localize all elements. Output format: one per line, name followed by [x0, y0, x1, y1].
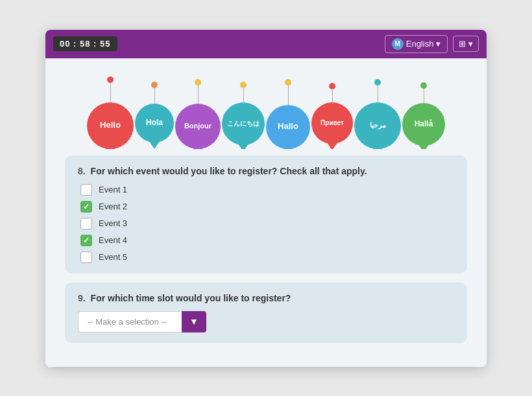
bubble-dot — [329, 83, 335, 89]
bubble-string — [424, 89, 424, 103]
checkmark-icon: ✓ — [83, 202, 90, 211]
list-item: ✓ Event 4 — [80, 235, 454, 246]
checkbox-event4[interactable]: ✓ — [80, 235, 92, 246]
question-9-text: For which time slot would you like to re… — [91, 293, 291, 303]
topbar: 00 : 58 : 55 M English ▾ ⊞ ▾ — [45, 30, 487, 58]
language-icon: M — [392, 38, 404, 50]
bubble-string — [110, 83, 111, 102]
bubble-item-bonjour: Bonjour — [175, 79, 221, 149]
select-row: -- Make a selection -- ▼ — [78, 311, 454, 332]
question-8-title: 8. For which event would you like to reg… — [78, 166, 454, 176]
question-9-num: 9. — [78, 293, 86, 303]
list-item: Event 5 — [80, 251, 454, 263]
checkbox-event1[interactable] — [80, 184, 92, 196]
language-label: English — [406, 39, 434, 49]
main-window: 00 : 58 : 55 M English ▾ ⊞ ▾ Hello — [45, 30, 487, 367]
question-9-title: 9. For which time slot would you like to… — [78, 293, 454, 303]
timer: 00 : 58 : 55 — [53, 36, 117, 51]
checkbox-event5[interactable] — [80, 251, 92, 263]
bubble-hallo: Hallo — [266, 105, 310, 149]
bubble-privet: Привет — [311, 102, 353, 144]
event2-label: Event 2 — [99, 202, 127, 211]
bubble-bonjour: Bonjour — [175, 104, 221, 149]
list-item: Event 1 — [80, 184, 454, 196]
checkbox-event2[interactable]: ✓ — [80, 201, 92, 213]
topbar-right: M English ▾ ⊞ ▾ — [385, 35, 479, 53]
event1-label: Event 1 — [99, 185, 127, 194]
event5-label: Event 5 — [99, 252, 127, 262]
question-8-num: 8. — [78, 166, 86, 176]
bubble-hola: Hola — [135, 104, 174, 143]
chevron-down-icon: ▾ — [436, 39, 441, 49]
dropdown-arrow-icon: ▼ — [189, 316, 199, 327]
checkmark-icon: ✓ — [83, 236, 90, 245]
bubble-string — [154, 88, 155, 104]
question-8-text: For which event would you like to regist… — [91, 166, 367, 176]
bubble-konnichiwa: こんにちは — [222, 102, 265, 145]
event3-label: Event 3 — [99, 218, 127, 228]
bubble-item-marhaba: مرحبا — [354, 79, 401, 149]
grid-button[interactable]: ⊞ ▾ — [453, 36, 479, 52]
content-area: Hello Hola Bonjour こんにちは — [45, 58, 487, 367]
select-dropdown-button[interactable]: ▼ — [182, 311, 206, 332]
bubble-hello: Hello — [87, 102, 134, 149]
grid-chevron-icon: ▾ — [468, 39, 473, 49]
question-9-card: 9. For which time slot would you like to… — [65, 283, 467, 343]
bubble-dot — [285, 79, 291, 86]
bubble-string — [288, 86, 289, 105]
language-button[interactable]: M English ▾ — [385, 35, 448, 53]
bubble-item-privet: Привет — [311, 83, 353, 144]
bubble-dot — [195, 79, 201, 86]
question-8-card: 8. For which event would you like to reg… — [65, 156, 467, 274]
bubble-dot — [240, 82, 247, 88]
bubble-halla: Hallå — [402, 103, 445, 146]
bubble-item-hola: Hola — [135, 82, 174, 143]
list-item: Event 3 — [80, 218, 454, 229]
bubble-string — [198, 86, 199, 104]
checkbox-list: Event 1 ✓ Event 2 Event 3 ✓ — [78, 184, 454, 263]
bubble-string — [243, 88, 244, 102]
bubble-dot — [107, 76, 114, 83]
bubble-string — [378, 86, 378, 102]
bubble-dot — [151, 82, 158, 88]
bubble-string — [332, 89, 333, 102]
bubble-item-hello: Hello — [87, 76, 134, 149]
grid-icon: ⊞ — [459, 39, 466, 49]
bubble-item-hallo: Hallo — [266, 79, 310, 149]
bubble-container: Hello Hola Bonjour こんにちは — [45, 76, 487, 149]
bubble-dot — [374, 79, 381, 86]
select-placeholder: -- Make a selection -- — [78, 311, 182, 332]
questions-container: 8. For which event would you like to reg… — [45, 149, 487, 365]
event4-label: Event 4 — [99, 235, 127, 245]
list-item: ✓ Event 2 — [80, 201, 454, 213]
checkbox-event3[interactable] — [80, 218, 92, 229]
bubbles-banner: Hello Hola Bonjour こんにちは — [45, 58, 487, 149]
bubble-marhaba: مرحبا — [354, 102, 401, 149]
bubble-item-halla: Hallå — [402, 82, 445, 146]
bubble-item-konnichiwa: こんにちは — [222, 82, 265, 145]
bubble-dot — [420, 82, 427, 89]
